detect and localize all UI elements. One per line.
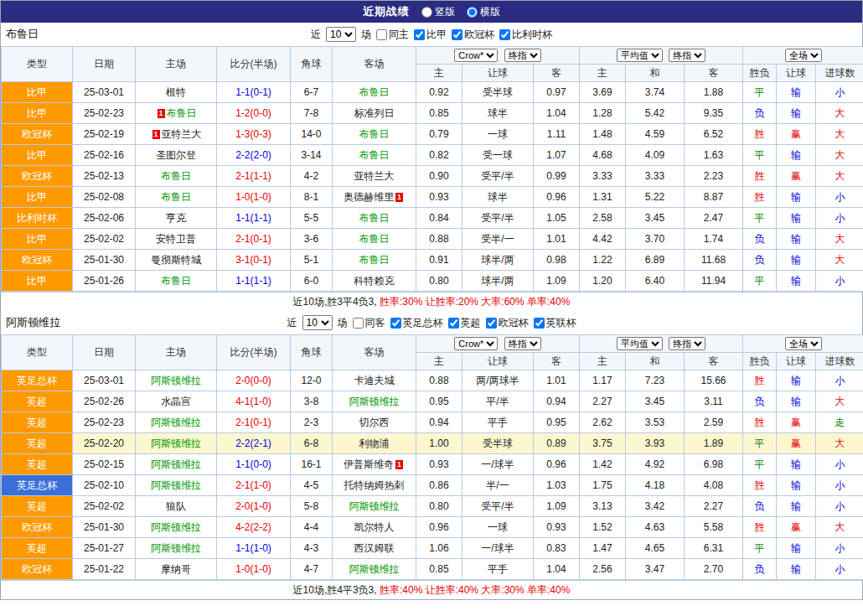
odds-source-select[interactable]: Crow* xyxy=(454,337,498,350)
score-link[interactable]: 1-1(0-0) xyxy=(235,458,271,470)
goals-result-cell: 大 xyxy=(816,517,863,538)
team-link[interactable]: 水晶宫 xyxy=(161,396,191,407)
team-link[interactable]: 布鲁日 xyxy=(359,128,390,140)
team-link[interactable]: 奥德赫维里 xyxy=(344,191,394,203)
team-link[interactable]: 托特纳姆热刺 xyxy=(344,479,405,491)
team-link[interactable]: 切尔西 xyxy=(359,417,390,428)
score-link[interactable]: 4-1(1-0) xyxy=(235,396,271,407)
team-link[interactable]: 布鲁日 xyxy=(359,212,390,224)
league-filter[interactable]: 欧冠杯 xyxy=(452,28,494,42)
horizontal-layout-radio[interactable] xyxy=(467,7,478,18)
league-filter[interactable]: 比甲 xyxy=(414,28,447,42)
avg-source-select[interactable]: 平均值 xyxy=(617,49,663,62)
team-link[interactable]: 阿斯顿维拉 xyxy=(151,521,201,533)
league-checkbox[interactable] xyxy=(486,318,497,329)
score-link[interactable]: 2-0(1-0) xyxy=(235,500,271,512)
team-link[interactable]: 伊普斯维奇 xyxy=(344,458,394,470)
same-venue-checkbox[interactable] xyxy=(376,29,387,40)
match-count-select[interactable]: 10 xyxy=(326,27,356,42)
team-link[interactable]: 根特 xyxy=(166,86,186,98)
score-link[interactable]: 2-1(0-1) xyxy=(235,417,271,428)
odds-time-select[interactable]: 终指 xyxy=(504,337,541,350)
league-filter[interactable]: 英联杯 xyxy=(534,316,576,330)
league-checkbox[interactable] xyxy=(534,318,545,329)
same-venue-filter[interactable]: 同主 xyxy=(376,28,409,42)
team-link[interactable]: 凯尔特人 xyxy=(354,521,395,533)
score-cell: 4-1(1-0) xyxy=(217,391,291,412)
score-link[interactable]: 3-1(0-1) xyxy=(235,254,271,266)
score-link[interactable]: 4-2(2-2) xyxy=(235,521,271,533)
date-cell: 25-02-02 xyxy=(73,229,136,250)
team-link[interactable]: 布鲁日 xyxy=(167,107,197,119)
score-link[interactable]: 1-1(1-1) xyxy=(235,275,271,287)
team-link[interactable]: 亚特兰大 xyxy=(354,170,395,182)
team-link[interactable]: 摩纳哥 xyxy=(161,563,191,575)
avg-time-select[interactable]: 终指 xyxy=(669,337,705,350)
league-checkbox[interactable] xyxy=(390,318,401,329)
score-link[interactable]: 1-0(1-0) xyxy=(235,191,271,203)
avg-time-select[interactable]: 终指 xyxy=(669,49,705,62)
league-checkbox[interactable] xyxy=(452,29,463,40)
score-link[interactable]: 2-0(0-0) xyxy=(235,375,271,386)
vertical-layout-radio[interactable] xyxy=(421,7,432,18)
team-link[interactable]: 布鲁日 xyxy=(359,86,390,98)
score-link[interactable]: 2-1(1-0) xyxy=(235,479,271,491)
team-link[interactable]: 科特赖克 xyxy=(354,275,395,287)
handicap-line: 一/球半 xyxy=(463,454,534,475)
team-link[interactable]: 布鲁日 xyxy=(359,254,390,266)
team-link[interactable]: 阿斯顿维拉 xyxy=(151,479,201,491)
team-link[interactable]: 标准列日 xyxy=(354,107,395,119)
scope-select[interactable]: 全场 xyxy=(785,337,822,350)
team-link[interactable]: 狼队 xyxy=(166,500,186,512)
avg-source-select[interactable]: 平均值 xyxy=(617,337,663,350)
team-link[interactable]: 布鲁日 xyxy=(359,233,390,245)
team-link[interactable]: 安特卫普 xyxy=(156,233,196,245)
team-link[interactable]: 阿斯顿维拉 xyxy=(349,563,400,575)
score-link[interactable]: 1-1(1-1) xyxy=(235,212,271,224)
team-link[interactable]: 布鲁日 xyxy=(161,191,191,203)
odds-time-select[interactable]: 终指 xyxy=(504,49,541,62)
team-link[interactable]: 布鲁日 xyxy=(359,149,390,161)
score-link[interactable]: 1-1(1-0) xyxy=(235,542,271,554)
league-filter[interactable]: 英足总杯 xyxy=(390,316,443,330)
score-link[interactable]: 2-2(2-1) xyxy=(235,437,271,449)
league-filter[interactable]: 比利时杯 xyxy=(499,28,552,42)
score-link[interactable]: 2-1(0-1) xyxy=(235,233,271,245)
league-filter[interactable]: 英超 xyxy=(448,316,481,330)
score-link[interactable]: 1-2(0-0) xyxy=(235,107,271,119)
team-link[interactable]: 阿斯顿维拉 xyxy=(151,542,201,554)
match-count-select[interactable]: 10 xyxy=(302,315,333,330)
same-venue-checkbox[interactable] xyxy=(353,318,364,329)
score-link[interactable]: 1-1(0-1) xyxy=(235,86,271,98)
score-link[interactable]: 2-2(2-0) xyxy=(235,149,271,161)
team-link[interactable]: 利物浦 xyxy=(359,437,390,449)
league-checkbox[interactable] xyxy=(414,29,425,40)
team-link[interactable]: 布鲁日 xyxy=(161,170,191,182)
same-venue-filter[interactable]: 同客 xyxy=(353,316,385,330)
team-link[interactable]: 阿斯顿维拉 xyxy=(151,375,201,386)
team-link[interactable]: 布鲁日 xyxy=(161,275,191,287)
league-checkbox[interactable] xyxy=(448,318,459,329)
team-link[interactable]: 亚特兰大 xyxy=(162,128,202,140)
team-link[interactable]: 西汉姆联 xyxy=(354,542,395,554)
team-link[interactable]: 亨克 xyxy=(166,212,186,224)
score-link[interactable]: 2-1(1-1) xyxy=(235,170,271,182)
league-checkbox[interactable] xyxy=(499,29,510,40)
scope-select[interactable]: 全场 xyxy=(785,49,822,62)
league-filter[interactable]: 欧冠杯 xyxy=(486,316,529,330)
score-link[interactable]: 1-3(0-3) xyxy=(235,128,271,140)
layout-option-horizontal[interactable]: 横版 xyxy=(467,5,500,19)
team-link[interactable]: 曼彻斯特城 xyxy=(151,254,201,266)
goals-result-cell: 大 xyxy=(816,229,863,250)
team-link[interactable]: 阿斯顿维拉 xyxy=(349,500,400,512)
team-link[interactable]: 阿斯顿维拉 xyxy=(151,417,201,428)
team-link[interactable]: 阿斯顿维拉 xyxy=(151,437,201,449)
team-link[interactable]: 阿斯顿维拉 xyxy=(151,458,201,470)
team-link[interactable]: 阿斯顿维拉 xyxy=(349,396,400,407)
team-link[interactable]: 卡迪夫城 xyxy=(354,375,395,386)
odds-source-select[interactable]: Crow* xyxy=(454,49,498,62)
team-link[interactable]: 圣图尔登 xyxy=(156,149,196,161)
layout-option-vertical[interactable]: 竖版 xyxy=(421,5,455,19)
score-link[interactable]: 1-0(1-0) xyxy=(235,563,271,575)
match-row: 欧冠杯25-01-30阿斯顿维拉4-2(2-2)4-4凯尔特人0.96一球0.9… xyxy=(2,517,863,538)
